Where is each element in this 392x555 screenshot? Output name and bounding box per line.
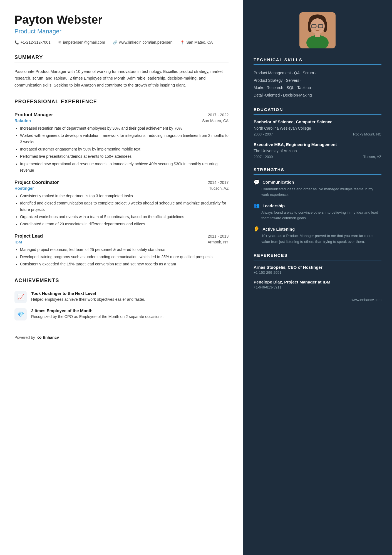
achievement-1-title: Took Hostinger to the Next Level [31, 291, 145, 296]
summary-text: Passionate Product Manager with 10 years… [14, 68, 229, 89]
edu-1: Bachelor of Science, Computer Science No… [254, 119, 381, 136]
job-3-title: Project Lead [14, 233, 43, 239]
achievement-1-content: Took Hostinger to the Next Level Helped … [31, 291, 145, 302]
email-address: ianpetersen@gmail.com [63, 40, 105, 45]
skills-text: Product Management · QA · Scrum · Produc… [254, 69, 381, 99]
communication-icon: 💬 [254, 179, 260, 185]
skills-line-1: Product Management · QA · Scrum · [254, 69, 381, 77]
job-2-location: Tucson, AZ [209, 186, 229, 191]
job-1: Product Manager 2017 - 2022 Rakuten San … [14, 112, 229, 174]
edu-2-school: The University of Arizona [254, 149, 381, 153]
skills-line-2: Product Strategy · Servers · [254, 77, 381, 84]
skills-line-3: Market Research · SQL · Tableau · [254, 84, 381, 92]
left-column: Payton Webster Product Manager 📞 +1-212-… [0, 0, 243, 555]
job-1-company: Rakuten [14, 118, 31, 123]
bullet-item: Performed live presentations/demos at ev… [20, 153, 229, 160]
job-1-dates: 2017 - 2022 [208, 113, 229, 117]
candidate-title: Product Manager [14, 28, 229, 35]
job-2-title: Project Coordinator [14, 180, 59, 185]
references-section: REFERENCES Arnas Stuopelis, CEO of Hosti… [243, 253, 392, 289]
ref-1: Arnas Stuopelis, CEO of Hostinger +1-153… [254, 265, 381, 275]
ref-2-phone: +1-646-813-3911 [254, 285, 381, 289]
job-1-bullets: Increased retention rate of department e… [14, 125, 229, 174]
achievement-1: 📈 Took Hostinger to the Next Level Helpe… [14, 291, 229, 303]
brand-icon: ∞ [37, 334, 42, 341]
job-2-company: Hostinger [14, 186, 34, 191]
achievement-2-icon: 💎 [17, 311, 24, 318]
strengths-title: STRENGTHS [254, 167, 381, 172]
achievements-section: ACHIEVEMENTS 📈 Took Hostinger to the Nex… [14, 278, 229, 321]
edu-2-degree: Executive MBA, Engineering Management [254, 142, 381, 147]
powered-by-text: Powered by [14, 335, 35, 340]
summary-divider [14, 63, 229, 63]
education-section: EDUCATION Bachelor of Science, Computer … [243, 107, 392, 159]
job-1-sub: Rakuten San Mateo, CA [14, 118, 229, 123]
achievement-2-content: 2 times Employee of the Month Recognized… [31, 308, 163, 320]
email-item: ✉ ianpetersen@gmail.com [58, 40, 105, 45]
bullet-item: Consistently ranked in the department's … [20, 193, 229, 199]
brand-name: Enhancv [43, 335, 59, 340]
bullet-item: Increased retention rate of department e… [20, 125, 229, 132]
strength-3-name: Active Listening [262, 227, 295, 231]
job-2-dates: 2014 - 2017 [208, 180, 229, 185]
achievement-2-desc: Recognized by the CPO as Employee of the… [31, 314, 163, 320]
experience-title: PROFESSIONAL EXPERIENCE [14, 99, 229, 105]
svg-rect-10 [315, 32, 320, 37]
right-column: TECHNICAL SKILLS Product Management · QA… [243, 0, 392, 555]
bullet-item: Organized workshops and events with a te… [20, 214, 229, 220]
skills-title: TECHNICAL SKILLS [254, 57, 381, 62]
leadership-icon: 👥 [254, 203, 260, 209]
listening-icon: 👂 [254, 226, 260, 232]
edu-1-location: Rocky Mount, NC [353, 132, 381, 136]
job-1-location: San Mateo, CA [202, 119, 229, 123]
phone-icon: 📞 [14, 40, 19, 45]
linkedin-icon: 🔗 [113, 40, 117, 45]
phone-item: 📞 +1-212-312-7001 [14, 40, 51, 45]
edu-1-dates: 2003 - 2007 [254, 132, 273, 136]
ref-2: Penelope Diaz, Project Manager at IBM +1… [254, 280, 381, 289]
experience-divider [14, 107, 229, 107]
linkedin-item: 🔗 www.linkedin.com/ian.petersen [113, 40, 172, 45]
job-3-dates: 2011 - 2013 [208, 234, 229, 238]
edu-2-dates: 2007 - 2009 [254, 155, 273, 159]
edu-1-meta: 2003 - 2007 Rocky Mount, NC [254, 132, 381, 136]
summary-section: SUMMARY Passionate Product Manager with … [14, 55, 229, 88]
education-divider [254, 114, 381, 115]
references-divider [254, 260, 381, 260]
bullet-item: Consistently exceeded the 15% target lea… [20, 261, 229, 267]
skills-section: TECHNICAL SKILLS Product Management · QA… [243, 57, 392, 99]
person-silhouette [299, 12, 336, 48]
edu-2-meta: 2007 - 2009 Tucson, AZ [254, 155, 381, 159]
achievements-title: ACHIEVEMENTS [14, 278, 229, 283]
candidate-photo [299, 12, 336, 48]
edu-1-school: North Carolina Wesleyan College [254, 126, 381, 130]
resume-header: Payton Webster Product Manager 📞 +1-212-… [14, 13, 229, 45]
strengths-section: STRENGTHS 💬 Communication Communicated i… [243, 167, 392, 245]
ref-1-phone: +1-153-299-2951 [254, 270, 381, 275]
references-title: REFERENCES [254, 253, 381, 258]
email-icon: ✉ [58, 40, 61, 45]
achievements-divider [14, 286, 229, 286]
location-text: San Mateo, CA [186, 40, 213, 45]
job-1-title: Product Manager [14, 112, 53, 118]
website-url: www.enhancv.com [352, 298, 381, 302]
ref-2-name: Penelope Diaz, Project Manager at IBM [254, 280, 381, 284]
skills-line-4: Detail-Oriented · Decision-Making [254, 92, 381, 99]
bullet-item: Developed training programs such as unde… [20, 254, 229, 260]
strength-2-header: 👥 Leadership [254, 203, 381, 209]
strengths-divider [254, 174, 381, 175]
strength-1: 💬 Communication Communicated ideas and o… [254, 179, 381, 198]
achievement-1-desc: Helped employees achieve their work obje… [31, 297, 145, 302]
photo-placeholder [299, 12, 336, 48]
job-2-bullets: Consistently ranked in the department's … [14, 193, 229, 227]
linkedin-url: www.linkedin.com/ian.petersen [119, 40, 172, 45]
edu-2-location: Tucson, AZ [363, 155, 381, 159]
location-item: 📍 San Mateo, CA [180, 40, 213, 45]
phone-number: +1-212-312-7001 [21, 40, 51, 45]
summary-title: SUMMARY [14, 55, 229, 60]
job-2-sub: Hostinger Tucson, AZ [14, 186, 229, 191]
candidate-name: Payton Webster [14, 13, 229, 26]
achievement-1-icon-box: 📈 [14, 291, 27, 303]
strength-2-desc: Always found a way to convince others in… [254, 210, 381, 221]
bullet-item: Identified and closed communication gaps… [20, 200, 229, 213]
